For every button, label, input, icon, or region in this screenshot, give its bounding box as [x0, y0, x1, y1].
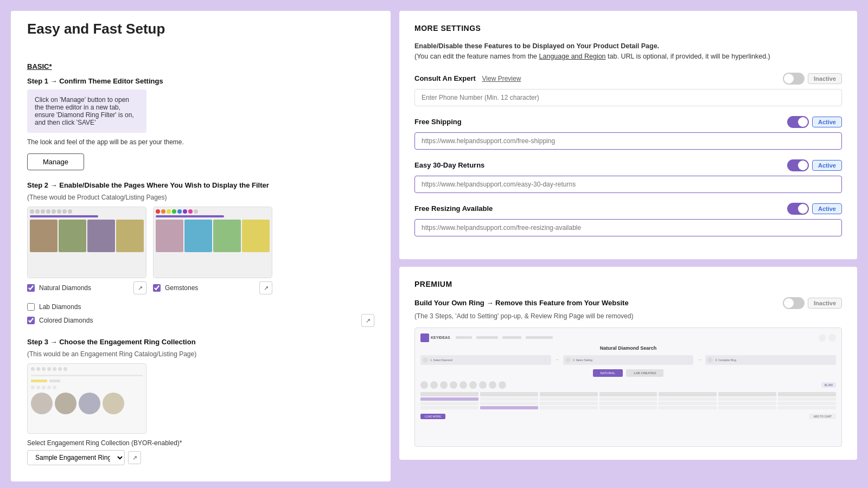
more-settings-desc-text: (You can edit the feature names from the…: [414, 53, 770, 60]
consult-expert-feature: Consult An Expert View Preview Inactive: [414, 73, 842, 106]
colored-diamonds-label: Colored Diamonds: [39, 317, 357, 324]
natural-diamonds-checkbox[interactable]: [27, 284, 35, 292]
free-shipping-input[interactable]: [414, 132, 842, 150]
step2-subtitle: (These would be Product Catalog/Listing …: [27, 194, 374, 201]
easy-returns-badge: Active: [812, 160, 842, 171]
engagement-ring-select[interactable]: Sample Engagement Ring Other Collection: [27, 450, 125, 465]
free-shipping-feature: Free Shipping Active: [414, 116, 842, 150]
easy-returns-toggle[interactable]: [787, 159, 809, 171]
step3-title: Step 3 → Choose the Engagement Ring Coll…: [27, 338, 374, 346]
free-shipping-toggle[interactable]: [787, 116, 809, 128]
preview-natural-btn: NATURAL: [593, 369, 623, 377]
gemstones-card: Gemstones ↗: [153, 207, 272, 298]
lab-diamonds-row: Lab Diamonds: [27, 303, 374, 311]
step2-title: Step 2 → Enable/Disable the Pages Where …: [27, 181, 374, 189]
consult-expert-toggle-group: Inactive: [783, 73, 842, 85]
natural-diamonds-ext-link[interactable]: ↗: [133, 281, 146, 294]
free-shipping-badge: Active: [812, 117, 842, 127]
easy-returns-label: Easy 30-Day Returns: [414, 161, 484, 169]
preview-step1: 1. Select Diamond: [430, 358, 452, 362]
step1-info-box: Click on 'Manage' button to open the the…: [27, 89, 146, 133]
catalog-images: Natural Diamonds ↗: [27, 207, 374, 298]
step1-block: Step 1 → Confirm Theme Editor Settings C…: [27, 77, 374, 181]
premium-toggle-group: Inactive: [783, 297, 842, 309]
basic-section-title: BASIC*: [27, 62, 374, 70]
premium-badge: Inactive: [808, 298, 842, 309]
step1-look-feel: The look and feel of the app will be as …: [27, 138, 374, 146]
preview-step2: 2. Select Setting: [573, 358, 592, 362]
free-shipping-label: Free Shipping: [414, 118, 462, 126]
natural-diamonds-card: Natural Diamonds ↗: [27, 207, 146, 298]
gemstones-label: Gemstones: [165, 284, 255, 292]
free-resizing-label: Free Resizing Available: [414, 204, 493, 213]
select-label: Select Engagement Ring Collection (BYOR-…: [27, 439, 374, 447]
view-preview-link[interactable]: View Preview: [482, 75, 521, 82]
premium-preview: KEYIDEAS Natural Diamond Search: [414, 328, 842, 447]
more-settings-title: MORE SETTINGS: [414, 24, 842, 33]
step3-block: Step 3 → Choose the Engagement Ring Coll…: [27, 338, 374, 465]
more-settings-card: MORE SETTINGS Enable/Disable these Featu…: [399, 11, 857, 259]
lab-diamonds-checkbox[interactable]: [27, 303, 35, 311]
free-shipping-toggle-group: Active: [787, 116, 842, 128]
preview-title: Natural Diamond Search: [600, 345, 657, 351]
page-title: Easy and Fast Setup: [27, 21, 260, 37]
lab-diamonds-label: Lab Diamonds: [39, 303, 374, 311]
premium-feature-desc: (The 3 Steps, 'Add to Setting' pop-up, &…: [414, 312, 842, 320]
engagement-screenshot: [27, 363, 146, 434]
free-resizing-feature: Free Resizing Available Active: [414, 203, 842, 236]
premium-feature-label: Build Your Own Ring → Remove this Featur…: [414, 299, 629, 307]
free-resizing-badge: Active: [812, 203, 842, 214]
language-region-link[interactable]: Language and Region: [539, 53, 606, 60]
free-resizing-toggle[interactable]: [787, 203, 809, 215]
preview-lab-btn: LAB CREATED: [626, 369, 663, 377]
left-panel: Easy and Fast Setup BASIC* Step 1 → Conf…: [11, 11, 391, 481]
gemstones-ext-link[interactable]: ↗: [259, 281, 272, 294]
preview-logo: KEYIDEAS: [431, 336, 450, 339]
right-panel: MORE SETTINGS Enable/Disable these Featu…: [399, 11, 857, 481]
engagement-ring-ext-link[interactable]: ↗: [128, 451, 141, 464]
premium-card: PREMIUM Build Your Own Ring → Remove thi…: [399, 267, 857, 460]
colored-diamonds-row: Colored Diamonds ↗: [27, 314, 374, 327]
step2-block: Step 2 → Enable/Disable the Pages Where …: [27, 181, 374, 327]
consult-expert-input[interactable]: [414, 89, 842, 106]
preview-step3: 3. Complete Ring: [715, 358, 736, 362]
colored-diamonds-checkbox[interactable]: [27, 317, 35, 324]
consult-expert-badge: Inactive: [808, 73, 842, 84]
free-resizing-toggle-group: Active: [787, 203, 842, 215]
step3-subtitle: (This would be an Engagement Ring Catalo…: [27, 350, 374, 358]
manage-button[interactable]: Manage: [27, 153, 84, 170]
premium-title: PREMIUM: [414, 280, 842, 288]
premium-toggle[interactable]: [783, 297, 805, 309]
free-resizing-input[interactable]: [414, 219, 842, 236]
more-settings-desc: Enable/Disable these Features to be Disp…: [414, 41, 842, 62]
more-settings-desc-bold: Enable/Disable these Features to be Disp…: [414, 42, 659, 50]
select-row: Sample Engagement Ring Other Collection …: [27, 450, 374, 465]
easy-returns-input[interactable]: [414, 176, 842, 193]
consult-expert-label: Consult An Expert View Preview: [414, 74, 521, 82]
gemstones-checkbox[interactable]: [153, 284, 161, 292]
easy-returns-toggle-group: Active: [787, 159, 842, 171]
step1-title: Step 1 → Confirm Theme Editor Settings: [27, 77, 374, 85]
colored-diamonds-ext-link[interactable]: ↗: [361, 314, 374, 327]
consult-expert-toggle[interactable]: [783, 73, 805, 85]
premium-feature-header: Build Your Own Ring → Remove this Featur…: [414, 297, 842, 309]
natural-diamonds-label: Natural Diamonds: [39, 284, 129, 292]
easy-returns-feature: Easy 30-Day Returns Active: [414, 159, 842, 193]
toggle-knob: [784, 74, 794, 84]
